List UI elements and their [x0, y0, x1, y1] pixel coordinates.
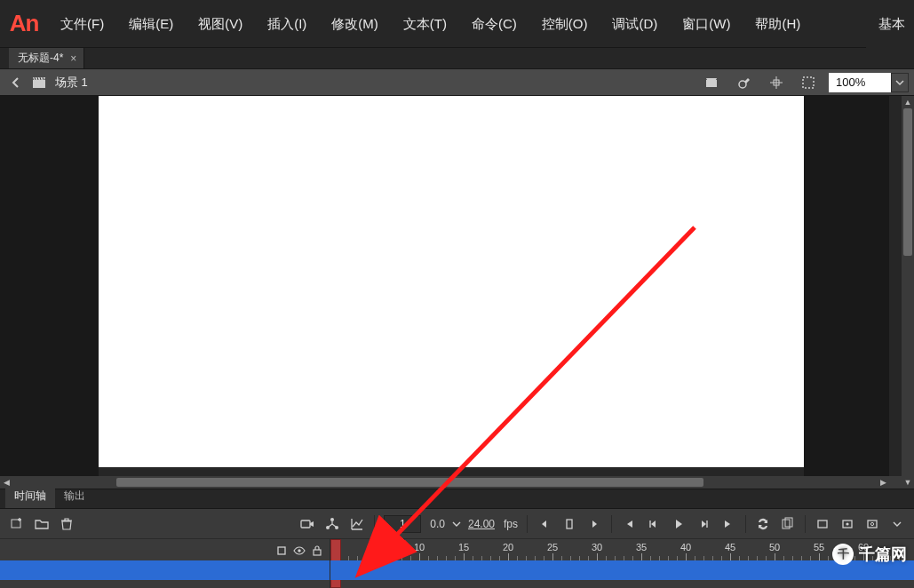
- insert-keyframe-menu-button[interactable]: [836, 513, 859, 535]
- go-first-button[interactable]: [617, 513, 640, 535]
- svg-rect-10: [567, 520, 572, 528]
- visibility-icon[interactable]: [293, 544, 306, 557]
- svg-rect-16: [868, 520, 877, 528]
- delete-layer-button[interactable]: [55, 513, 78, 535]
- scroll-left-icon[interactable]: ◀: [0, 476, 12, 489]
- back-arrow-icon[interactable]: [9, 75, 23, 90]
- scene-clapper-icon: [32, 75, 46, 90]
- vscroll-track[interactable]: [902, 108, 914, 476]
- camera-button[interactable]: [296, 513, 319, 535]
- menu-text[interactable]: 文本(T): [391, 0, 459, 48]
- scroll-down-icon[interactable]: ▼: [902, 476, 914, 489]
- layer-header-icons: [275, 544, 323, 557]
- document-tab[interactable]: 无标题-4* ×: [9, 48, 84, 68]
- workspace-switcher[interactable]: 基本: [866, 0, 914, 48]
- go-last-button[interactable]: [717, 513, 740, 535]
- lock-icon[interactable]: [311, 544, 323, 557]
- layer-column: [0, 539, 330, 588]
- timeline-panel: 1 0.0 24.00 fps: [0, 508, 914, 588]
- tab-timeline[interactable]: 时间轴: [5, 486, 55, 508]
- svg-point-7: [330, 518, 334, 521]
- pasteboard-right: [804, 96, 889, 489]
- frames-area[interactable]: 1510152025303540455055601s2s: [330, 539, 914, 588]
- scroll-right-icon[interactable]: ▶: [877, 476, 889, 489]
- zoom-control: 100%: [829, 73, 909, 92]
- menu-insert[interactable]: 插入(I): [255, 0, 319, 48]
- svg-rect-20: [314, 550, 321, 555]
- document-tab-strip: 无标题-4* ×: [0, 48, 914, 69]
- stage-workspace: ◀ ▶ ▲ ▼: [0, 96, 914, 489]
- scroll-up-icon[interactable]: ▲: [902, 96, 914, 108]
- timeline-ruler[interactable]: 1510152025303540455055601s2s: [330, 539, 914, 560]
- timeline-body: 1510152025303540455055601s2s: [0, 539, 914, 588]
- insert-blank-keyframe-button[interactable]: [861, 513, 884, 535]
- play-button[interactable]: [667, 513, 690, 535]
- edit-symbol-icon[interactable]: [733, 73, 756, 92]
- svg-rect-6: [301, 520, 310, 528]
- vscroll-thumb[interactable]: [903, 108, 912, 256]
- menu-items: 文件(F) 编辑(E) 视图(V) 插入(I) 修改(M) 文本(T) 命令(C…: [48, 0, 813, 48]
- svg-rect-0: [33, 80, 45, 88]
- new-layer-button[interactable]: [5, 513, 28, 535]
- fps-value[interactable]: 24.00: [465, 518, 498, 530]
- step-fwd-button[interactable]: [692, 513, 715, 535]
- svg-point-17: [870, 522, 873, 525]
- insert-keyframe-button[interactable]: [558, 513, 581, 535]
- close-tab-icon[interactable]: ×: [70, 52, 76, 65]
- elapsed-time-label: 0.0: [426, 518, 449, 530]
- scene-label[interactable]: 场景 1: [55, 75, 88, 91]
- svg-point-19: [298, 549, 300, 552]
- frame-track[interactable]: [330, 560, 914, 580]
- center-stage-icon[interactable]: [765, 73, 788, 92]
- clip-stage-icon[interactable]: [797, 73, 820, 92]
- horizontal-scrollbar[interactable]: ◀ ▶: [0, 476, 889, 489]
- stage-viewport[interactable]: ◀ ▶: [0, 96, 902, 489]
- menu-command[interactable]: 命令(C): [459, 0, 529, 48]
- graph-button[interactable]: [346, 513, 369, 535]
- layer-parent-button[interactable]: [321, 513, 344, 535]
- panel-tab-strip: 时间轴 输出: [0, 489, 914, 508]
- zoom-value[interactable]: 100%: [829, 73, 891, 92]
- timeline-toolbar: 1 0.0 24.00 fps: [0, 509, 914, 539]
- fps-unit-label: fps: [500, 518, 521, 530]
- hscroll-thumb[interactable]: [116, 478, 704, 487]
- pasteboard-left: [0, 96, 99, 489]
- loop-button[interactable]: [751, 513, 775, 535]
- svg-rect-13: [818, 520, 827, 528]
- menu-help[interactable]: 帮助(H): [743, 0, 813, 48]
- menu-edit[interactable]: 编辑(E): [116, 0, 186, 48]
- scene-bar: 场景 1 100%: [0, 69, 914, 96]
- step-back-button[interactable]: [642, 513, 665, 535]
- layer-row[interactable]: [0, 560, 330, 580]
- svg-rect-1: [706, 80, 717, 87]
- zoom-dropdown-icon[interactable]: [891, 73, 909, 92]
- app-logo: An: [0, 0, 48, 48]
- svg-rect-18: [278, 547, 285, 554]
- insert-frame-button[interactable]: [811, 513, 834, 535]
- prev-keyframe-button[interactable]: [533, 513, 556, 535]
- svg-point-15: [846, 522, 848, 525]
- menu-window[interactable]: 窗口(W): [670, 0, 743, 48]
- menu-debug[interactable]: 调试(D): [600, 0, 670, 48]
- menu-view[interactable]: 视图(V): [186, 0, 255, 48]
- menu-modify[interactable]: 修改(M): [319, 0, 391, 48]
- document-tab-label: 无标题-4*: [18, 51, 63, 66]
- current-frame-field[interactable]: 1: [384, 515, 421, 533]
- menu-control[interactable]: 控制(O): [529, 0, 600, 48]
- stage-canvas[interactable]: [99, 96, 804, 467]
- frame-view-dropdown[interactable]: [886, 513, 909, 535]
- elapsed-dropdown-icon[interactable]: [450, 513, 463, 535]
- onion-skin-button[interactable]: [776, 513, 799, 535]
- tab-output[interactable]: 输出: [55, 486, 94, 508]
- edit-scene-icon[interactable]: [701, 73, 724, 92]
- menu-file[interactable]: 文件(F): [48, 0, 116, 48]
- svg-rect-4: [803, 77, 814, 88]
- menu-bar: An 文件(F) 编辑(E) 视图(V) 插入(I) 修改(M) 文本(T) 命…: [0, 0, 914, 48]
- scroll-corner: [889, 476, 902, 489]
- next-keyframe-button[interactable]: [583, 513, 606, 535]
- highlight-layer-icon[interactable]: [275, 544, 288, 557]
- hscroll-track[interactable]: [12, 476, 877, 489]
- new-folder-button[interactable]: [30, 513, 53, 535]
- vertical-scrollbar[interactable]: ▲ ▼: [902, 96, 914, 489]
